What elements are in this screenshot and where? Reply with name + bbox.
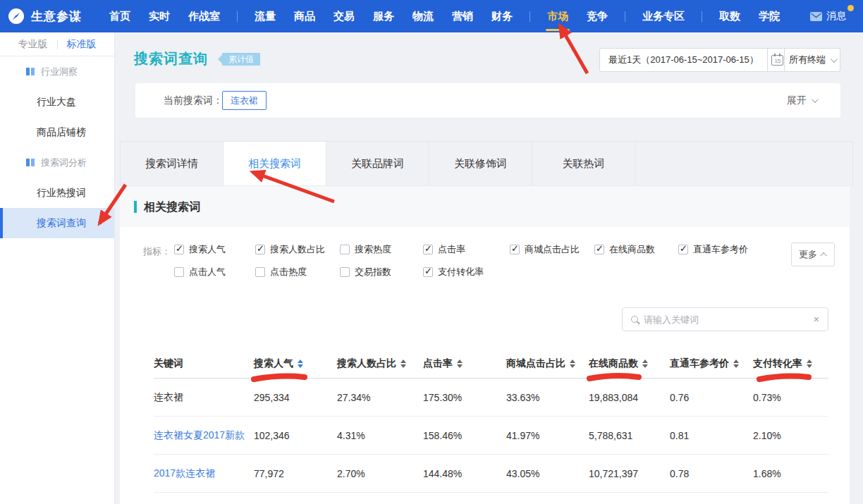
nav-item-marketing[interactable]: 营销 <box>443 0 482 32</box>
tab-search-word-detail[interactable]: 搜索词详情 <box>121 142 224 185</box>
cell-search-popularity: 77,972 <box>254 468 337 479</box>
checkbox-icon <box>174 267 184 277</box>
cell-payment-conversion: 2.10% <box>753 430 828 441</box>
col-keyword: 关键词 <box>154 357 254 370</box>
metric-checkbox-search-popularity[interactable]: 搜索人气 <box>174 244 226 255</box>
nav-divider <box>530 11 530 22</box>
nav-item-competition[interactable]: 竞争 <box>577 0 617 32</box>
cell-payment-conversion: 0.73% <box>753 392 828 403</box>
nav-item-logistics[interactable]: 物流 <box>403 0 443 32</box>
metric-checkbox-search-heat[interactable]: 搜索热度 <box>340 244 391 255</box>
cell-search-user-ratio: 2.70% <box>337 468 423 479</box>
cell-click-rate: 144.48% <box>423 468 506 479</box>
ledger-icon <box>25 67 35 76</box>
checkbox-icon <box>340 245 350 254</box>
expand-label: 展开 <box>787 94 807 107</box>
nav-divider <box>702 11 702 22</box>
sidebar-group-industry-insight[interactable]: 行业洞察 <box>0 56 114 87</box>
more-button[interactable]: 更多 <box>791 242 835 266</box>
tab-related-brand-words[interactable]: 关联品牌词 <box>326 142 429 185</box>
sidebar-item-industry-overview[interactable]: 行业大盘 <box>0 87 114 117</box>
tab-related-search-words[interactable]: 相关搜索词 <box>224 142 326 185</box>
sidebar-group-label: 行业洞察 <box>41 66 78 78</box>
sidebar-item-search-word-query[interactable]: 搜索词查询 <box>0 208 114 238</box>
nav-item-product[interactable]: 商品 <box>285 0 324 32</box>
cell-ztc-reference-price: 0.76 <box>670 392 753 403</box>
sort-icon <box>298 359 303 368</box>
related-words-table: 关键词 搜索人气 搜索人数占比 点击率 商城点击占比 <box>154 350 828 493</box>
col-online-products[interactable]: 在线商品数 <box>589 357 670 370</box>
version-tab-professional[interactable]: 专业版 <box>9 38 57 51</box>
page-title: 搜索词查询 <box>134 49 208 68</box>
cell-search-popularity: 295,334 <box>254 392 337 403</box>
checkbox-icon <box>255 245 265 254</box>
nav-item-data-fetch[interactable]: 取数 <box>710 0 749 32</box>
cell-online-products: 5,788,631 <box>589 430 670 441</box>
col-mall-click-ratio[interactable]: 商城点击占比 <box>506 357 589 370</box>
sort-icon <box>570 359 575 368</box>
table-row: 连衣裙 295,334 27.34% 175.30% 33.63% 19,883… <box>154 379 828 417</box>
tab-related-hot-words[interactable]: 关联热词 <box>532 142 635 185</box>
content-tabs: 搜索词详情 相关搜索词 关联品牌词 关联修饰词 关联热词 <box>120 141 853 186</box>
nav-item-service[interactable]: 服务 <box>364 0 403 32</box>
sidebar-group-search-word-analysis[interactable]: 搜索词分析 <box>0 147 114 178</box>
expand-toggle[interactable]: 展开 <box>787 83 816 118</box>
metric-checkbox-transaction-index[interactable]: 交易指数 <box>340 266 391 278</box>
terminal-select-value: 所有终端 <box>789 54 826 66</box>
cumulative-value-badge: 累计值 <box>222 53 260 66</box>
nav-item-war-room[interactable]: 作战室 <box>179 0 229 32</box>
table-header-row: 关键词 搜索人气 搜索人数占比 点击率 商城点击占比 <box>154 350 828 379</box>
sort-icon <box>457 359 463 368</box>
terminal-select[interactable]: 所有终端 <box>784 48 840 72</box>
nav-item-home[interactable]: 首页 <box>100 0 140 32</box>
metric-checkbox-mall-click-ratio[interactable]: 商城点击占比 <box>510 244 580 255</box>
clear-icon[interactable] <box>814 314 819 324</box>
metric-checkbox-online-products[interactable]: 在线商品数 <box>594 244 655 255</box>
sidebar-item-product-shop-ranking[interactable]: 商品店铺榜 <box>0 117 114 147</box>
date-range-picker[interactable]: 最近1天（2017-06-15~2017-06-15） 15 <box>599 48 788 72</box>
sort-icon <box>807 359 812 368</box>
keyword-tag[interactable]: 连衣裙 <box>222 91 267 110</box>
sidebar-item-industry-hot-words[interactable]: 行业热搜词 <box>0 178 114 208</box>
metric-checkbox-ztc-reference-price[interactable]: 直通车参考价 <box>678 244 748 255</box>
cell-search-user-ratio: 27.34% <box>337 392 423 403</box>
metric-checkbox-click-rate[interactable]: 点击率 <box>423 244 465 255</box>
col-search-user-ratio[interactable]: 搜索人数占比 <box>337 357 423 370</box>
brand[interactable]: 生意参谋 <box>0 7 82 25</box>
sidebar-group-label: 搜索词分析 <box>41 156 87 169</box>
brand-name: 生意参谋 <box>31 8 82 25</box>
keyword-search-box <box>622 307 828 331</box>
tab-related-modifier-words[interactable]: 关联修饰词 <box>429 142 532 185</box>
sort-icon <box>642 359 648 368</box>
checkbox-icon <box>255 267 265 277</box>
nav-item-finance[interactable]: 财务 <box>482 0 522 32</box>
metric-checkbox-payment-conversion[interactable]: 支付转化率 <box>423 266 484 278</box>
nav-item-market[interactable]: 市场 <box>538 0 577 32</box>
nav-item-business-zone[interactable]: 业务专区 <box>633 0 694 32</box>
messages-button[interactable]: 消息 <box>810 10 846 23</box>
col-payment-conversion[interactable]: 支付转化率 <box>753 357 828 370</box>
metric-checkbox-click-popularity[interactable]: 点击人气 <box>174 266 226 278</box>
nav-item-realtime[interactable]: 实时 <box>140 0 179 32</box>
col-search-popularity[interactable]: 搜索人气 <box>254 357 337 370</box>
cell-mall-click-ratio: 41.97% <box>506 430 589 441</box>
keyword-cell[interactable]: 2017款连衣裙 <box>154 467 254 480</box>
nav-item-traffic[interactable]: 流量 <box>245 0 285 32</box>
search-input[interactable] <box>644 314 808 325</box>
cell-click-rate: 158.46% <box>423 430 506 441</box>
search-icon <box>631 316 638 323</box>
nav-item-trade[interactable]: 交易 <box>324 0 364 32</box>
metric-checkbox-search-user-ratio[interactable]: 搜索人数占比 <box>255 244 325 255</box>
col-click-rate[interactable]: 点击率 <box>423 357 506 370</box>
col-ztc-reference-price[interactable]: 直通车参考价 <box>670 357 753 370</box>
sidebar: 专业版 标准版 行业洞察 行业大盘 商品店铺榜 搜索词分析 行业热搜词 搜索词查… <box>0 32 115 504</box>
top-navbar: 生意参谋 首页 实时 作战室 流量 商品 交易 服务 物流 营销 财务 市场 竞… <box>0 0 863 32</box>
chevron-down-icon <box>812 96 819 103</box>
metric-checkbox-click-heat[interactable]: 点击热度 <box>255 266 307 278</box>
content-panel: 相关搜索词 指标： 搜索人气 搜索人数占比 搜索热度 点击率 商城点击占比 在线… <box>120 186 850 504</box>
keyword-cell[interactable]: 连衣裙女夏2017新款 <box>154 429 254 442</box>
version-tab-standard[interactable]: 标准版 <box>58 38 106 51</box>
nav-item-academy[interactable]: 学院 <box>749 0 789 32</box>
section-header: 相关搜索词 <box>120 186 850 227</box>
cell-ztc-reference-price: 0.78 <box>670 468 753 479</box>
